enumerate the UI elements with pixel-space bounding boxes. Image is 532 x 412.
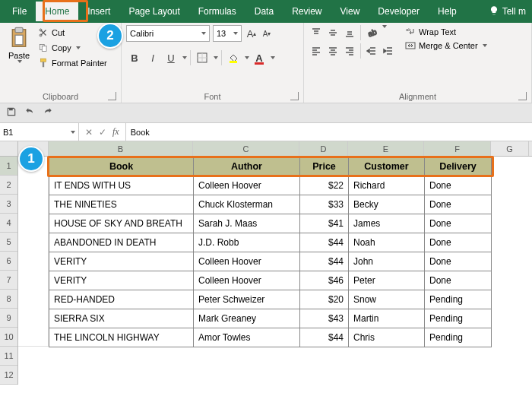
align-top-button[interactable] bbox=[309, 25, 324, 40]
col-header-F[interactable]: F bbox=[424, 141, 491, 156]
align-bottom-button[interactable] bbox=[342, 25, 357, 40]
tell-me[interactable]: Tell m bbox=[489, 5, 529, 18]
font-name-select[interactable]: Calibri bbox=[126, 25, 210, 42]
cell-customer[interactable]: John bbox=[349, 252, 425, 271]
cancel-formula-button[interactable]: ✕ bbox=[85, 127, 93, 138]
italic-button[interactable]: I bbox=[144, 49, 161, 66]
align-left-button[interactable] bbox=[309, 43, 324, 59]
cell-delivery[interactable]: Pending bbox=[425, 290, 492, 309]
cell-author[interactable]: Peter Schweizer bbox=[194, 290, 300, 309]
cell-price[interactable]: $43 bbox=[300, 309, 349, 328]
cell-price[interactable]: $20 bbox=[300, 290, 349, 309]
menu-developer[interactable]: Developer bbox=[369, 2, 429, 21]
wrap-text-button[interactable]: abWrap Text bbox=[405, 27, 487, 37]
col-header-D[interactable]: D bbox=[299, 141, 348, 156]
row-header[interactable]: 5 bbox=[0, 233, 17, 252]
cell-price[interactable]: $33 bbox=[300, 195, 349, 214]
copy-button[interactable]: Copy bbox=[36, 42, 109, 54]
cell-customer[interactable]: Peter bbox=[349, 271, 425, 290]
cell-book[interactable]: SIERRA SIX bbox=[49, 309, 194, 328]
align-center-button[interactable] bbox=[325, 43, 340, 59]
format-painter-button[interactable]: Format Painter bbox=[36, 57, 109, 69]
cell-price[interactable]: $41 bbox=[300, 214, 349, 233]
fill-color-button[interactable] bbox=[225, 49, 242, 66]
grow-font-button[interactable]: A▴ bbox=[245, 26, 258, 41]
redo-button[interactable] bbox=[43, 106, 53, 119]
cell-delivery[interactable]: Done bbox=[425, 176, 492, 195]
row-header[interactable]: 4 bbox=[0, 214, 17, 233]
cell-customer[interactable]: Snow bbox=[349, 290, 425, 309]
cell-delivery[interactable]: Done bbox=[425, 271, 492, 290]
row-header[interactable]: 7 bbox=[0, 271, 17, 290]
menu-help[interactable]: Help bbox=[429, 2, 466, 21]
cell-customer[interactable]: Richard bbox=[349, 176, 425, 195]
cell-author[interactable]: Chuck Klosterman bbox=[194, 195, 300, 214]
formula-input[interactable]: Book bbox=[126, 123, 532, 141]
font-size-select[interactable]: 13 bbox=[213, 25, 242, 42]
cell-book[interactable]: RED-HANDED bbox=[49, 290, 194, 309]
row-header[interactable]: 1 bbox=[0, 157, 17, 176]
name-box[interactable]: B1 bbox=[0, 123, 79, 141]
header-price[interactable]: Price bbox=[300, 157, 349, 176]
cell-book[interactable]: VERITY bbox=[49, 271, 194, 290]
menu-review[interactable]: Review bbox=[283, 2, 331, 21]
cell-author[interactable]: Colleen Hoover bbox=[194, 271, 300, 290]
cell-price[interactable]: $22 bbox=[300, 176, 349, 195]
row-header[interactable]: 9 bbox=[0, 309, 17, 328]
header-delivery[interactable]: Delivery bbox=[425, 157, 492, 176]
cell-customer[interactable]: Noah bbox=[349, 233, 425, 252]
cell-customer[interactable]: Martin bbox=[349, 309, 425, 328]
cell-book[interactable]: THE LINCOLN HIGHWAY bbox=[49, 328, 194, 347]
menu-formulas[interactable]: Formulas bbox=[189, 2, 245, 21]
menu-insert[interactable]: Insert bbox=[78, 2, 119, 21]
row-header[interactable]: 12 bbox=[0, 366, 17, 385]
cell-author[interactable]: Sarah J. Maas bbox=[194, 214, 300, 233]
menu-home[interactable]: Home bbox=[36, 2, 78, 21]
col-header-B[interactable]: B bbox=[49, 141, 193, 156]
underline-button[interactable]: U bbox=[163, 49, 179, 66]
cell-book[interactable]: VERITY bbox=[49, 252, 194, 271]
shrink-font-button[interactable]: A▾ bbox=[260, 26, 274, 41]
font-color-button[interactable]: A bbox=[251, 49, 268, 66]
cell-delivery[interactable]: Pending bbox=[425, 309, 492, 328]
decrease-indent-button[interactable] bbox=[364, 43, 379, 59]
cell-author[interactable]: Colleen Hoover bbox=[194, 176, 300, 195]
col-header-C[interactable]: C bbox=[193, 141, 299, 156]
increase-indent-button[interactable] bbox=[381, 43, 396, 59]
cell-book[interactable]: IT ENDS WITH US bbox=[49, 176, 194, 195]
save-button[interactable] bbox=[6, 106, 17, 119]
accept-formula-button[interactable]: ✓ bbox=[99, 127, 106, 138]
cell-author[interactable]: Amor Towles bbox=[194, 328, 300, 347]
col-header-E[interactable]: E bbox=[348, 141, 424, 156]
cell-book[interactable]: THE NINETIES bbox=[49, 195, 194, 214]
col-header-G[interactable]: G bbox=[491, 141, 529, 156]
menu-file[interactable]: File bbox=[3, 2, 36, 21]
align-middle-button[interactable] bbox=[325, 25, 340, 40]
header-author[interactable]: Author bbox=[194, 157, 300, 176]
cell-customer[interactable]: Chris bbox=[349, 328, 425, 347]
cell-author[interactable]: Mark Greaney bbox=[194, 309, 300, 328]
header-book[interactable]: Book bbox=[49, 157, 194, 176]
cell-price[interactable]: $44 bbox=[300, 328, 349, 347]
align-right-button[interactable] bbox=[342, 43, 357, 59]
cell-book[interactable]: ABANDONED IN DEATH bbox=[49, 233, 194, 252]
cell-delivery[interactable]: Done bbox=[425, 195, 492, 214]
cell-delivery[interactable]: Done bbox=[425, 233, 492, 252]
cell-price[interactable]: $44 bbox=[300, 233, 349, 252]
fx-icon[interactable]: fx bbox=[112, 126, 119, 138]
undo-button[interactable] bbox=[24, 106, 35, 119]
cell-customer[interactable]: Becky bbox=[349, 195, 425, 214]
cell-price[interactable]: $46 bbox=[300, 271, 349, 290]
select-all-corner[interactable] bbox=[0, 141, 18, 156]
header-customer[interactable]: Customer bbox=[349, 157, 425, 176]
cell-price[interactable]: $44 bbox=[300, 252, 349, 271]
row-header[interactable]: 2 bbox=[0, 176, 17, 195]
cell-customer[interactable]: James bbox=[349, 214, 425, 233]
merge-center-button[interactable]: Merge & Center bbox=[405, 40, 487, 51]
cell-delivery[interactable]: Done bbox=[425, 252, 492, 271]
bold-button[interactable]: B bbox=[126, 49, 143, 66]
orientation-button[interactable]: ab bbox=[364, 25, 379, 40]
cell-area[interactable]: Book Author Price Customer Delivery IT E… bbox=[18, 157, 492, 385]
cell-delivery[interactable]: Done bbox=[425, 214, 492, 233]
cell-author[interactable]: J.D. Robb bbox=[194, 233, 300, 252]
